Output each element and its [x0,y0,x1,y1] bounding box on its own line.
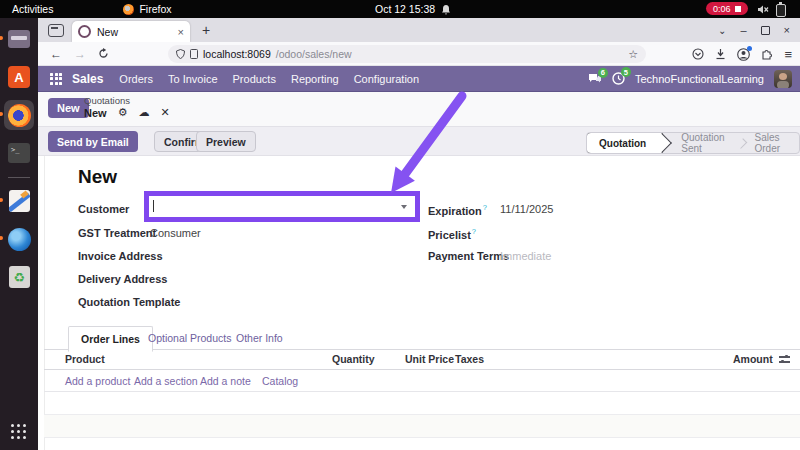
pocket-icon[interactable] [692,48,704,60]
odoo-navbar: Sales Orders To Invoice Products Reporti… [38,66,800,92]
odoo-favicon [78,25,91,38]
col-unit-price[interactable]: Unit Price [405,353,454,365]
cloud-save-icon[interactable]: ☁ [139,106,150,119]
col-product[interactable]: Product [65,353,105,365]
download-icon[interactable] [715,48,726,60]
col-amount[interactable]: Amount [733,353,773,365]
volume-muted-icon[interactable] [757,4,769,15]
status-pipeline: Quotation Quotation Sent Sales Order [586,132,800,154]
dock-item-ubuntu-software[interactable]: A [4,62,34,92]
breadcrumb-current: New [84,107,107,119]
browser-tab[interactable]: New × [72,21,190,42]
activities-badge: 5 [621,67,631,77]
thunderbird-icon [8,228,31,251]
forward-icon[interactable]: → [74,47,86,61]
avatar[interactable] [774,70,792,88]
add-a-product-link[interactable]: Add a product [65,375,130,387]
bell-icon [441,4,451,15]
running-indicator [0,112,3,116]
apps-grid-icon[interactable] [50,73,62,85]
shield-icon[interactable] [176,49,185,59]
dock-item-firefox[interactable] [4,100,34,130]
expiration-value[interactable]: 11/11/2025 [500,203,553,215]
empty-table-row [44,415,800,438]
customer-input[interactable] [149,196,411,216]
breadcrumb: New ⚙ ☁ ✕ [84,106,170,119]
discard-icon[interactable]: ✕ [161,106,170,119]
minimize-icon[interactable]: – [740,24,746,36]
app-name-sales[interactable]: Sales [72,72,103,86]
show-applications-icon[interactable] [11,424,27,440]
text-caret [153,200,154,212]
payment-terms-label: Payment Terms [428,250,509,262]
empty-table-row [44,392,800,415]
order-lines-actions: Add a product Add a section Add a note C… [44,370,800,392]
firefox-icon [123,4,134,15]
dock-item-files[interactable] [4,24,34,54]
notebook-tabs: Order Lines Optional Products Other Info [44,326,800,350]
reload-icon[interactable] [98,48,109,59]
col-quantity[interactable]: Quantity [332,353,375,365]
status-step-sales-order[interactable]: Sales Order [742,133,799,153]
payment-terms-value[interactable]: Immediate [500,250,551,262]
dock-item-terminal[interactable]: >_ [4,138,34,168]
new-tab-button[interactable]: + [202,22,210,38]
preview-button[interactable]: Preview [196,131,256,152]
terminal-icon: >_ [8,143,30,163]
status-step-quotation-sent[interactable]: Quotation Sent [663,133,736,153]
menu-icon[interactable]: ≡ [784,47,792,62]
user-name[interactable]: TechnoFunctionalLearning [635,73,764,85]
bookmark-star-icon[interactable]: ☆ [628,48,638,61]
menu-products[interactable]: Products [233,73,276,85]
ubuntu-dock: A >_ ♻ [0,18,38,450]
customer-label: Customer [78,203,129,215]
messages-badge: 6 [598,68,608,78]
firefox-view-icon[interactable] [48,24,64,37]
clock-menu[interactable]: Oct 12 15:38 [375,0,451,18]
maximize-icon[interactable] [761,26,770,35]
extensions-icon[interactable] [761,48,773,60]
battery-icon[interactable] [776,4,786,17]
url-path: /odoo/sales/new [276,48,352,60]
activities-button[interactable]: Activities [12,3,53,15]
breadcrumb-parent[interactable]: Quotations [84,95,130,106]
screen-recording-badge[interactable]: 0:06 [706,2,748,15]
window-close-icon[interactable]: × [784,24,790,36]
dropdown-caret-icon[interactable] [401,205,407,209]
focused-app-menu[interactable]: Firefox [123,3,171,15]
ubuntu-software-icon: A [8,66,30,88]
back-icon[interactable]: ← [50,47,62,61]
gear-icon[interactable]: ⚙ [118,106,128,119]
dock-divider [8,177,30,178]
menu-reporting[interactable]: Reporting [291,73,339,85]
columns-settings-icon[interactable] [779,355,790,364]
dock-item-trash[interactable]: ♻ [4,262,34,292]
tab-other-info[interactable]: Other Info [224,326,295,350]
col-taxes[interactable]: Taxes [455,353,484,365]
page-info-icon[interactable] [190,49,198,59]
new-record-button[interactable]: New [48,98,89,118]
add-a-section-link[interactable]: Add a section [134,375,198,387]
list-tabs-icon[interactable]: ⌄ [718,25,726,36]
url-host: localhost:8069 [203,48,271,60]
firefox-icon [8,104,31,127]
pricelist-label: Pricelist? [428,227,476,241]
close-tab-icon[interactable]: × [178,26,184,38]
action-bar: Send by Email Confirm Preview Quotation … [38,126,800,156]
gst-treatment-value[interactable]: Consumer [150,227,201,239]
url-bar[interactable]: localhost:8069/odoo/sales/new ☆ [168,45,646,63]
menu-to-invoice[interactable]: To Invoice [168,73,218,85]
activities-button-odoo[interactable]: 5 [612,72,625,85]
status-step-quotation[interactable]: Quotation [587,132,663,154]
messages-button[interactable]: 6 [588,73,602,85]
menu-configuration[interactable]: Configuration [354,73,419,85]
add-a-note-link[interactable]: Add a note [200,375,251,387]
account-icon[interactable] [737,48,750,61]
dock-item-text-editor[interactable] [4,186,34,216]
send-by-email-button[interactable]: Send by Email [48,131,138,152]
breadcrumb-bar: New Quotations New ⚙ ☁ ✕ [38,92,800,126]
menu-orders[interactable]: Orders [119,73,153,85]
catalog-link[interactable]: Catalog [262,375,298,387]
running-indicator [0,198,3,202]
dock-item-thunderbird[interactable] [4,224,34,254]
